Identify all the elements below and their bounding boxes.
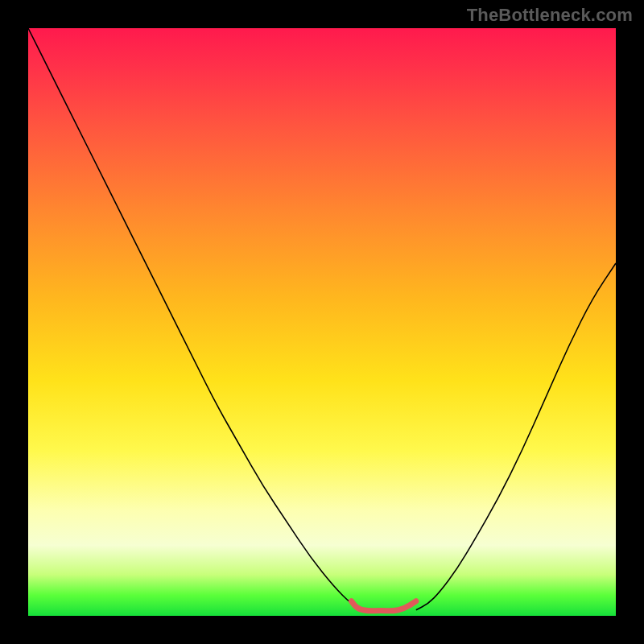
chart-frame: TheBottleneck.com <box>0 0 644 644</box>
valley-highlight-curve <box>352 601 416 611</box>
right-ascending-curve <box>416 263 616 610</box>
left-descending-curve <box>28 28 363 610</box>
curve-layer <box>28 28 616 616</box>
plot-area <box>28 28 616 616</box>
watermark-text: TheBottleneck.com <box>467 5 633 26</box>
